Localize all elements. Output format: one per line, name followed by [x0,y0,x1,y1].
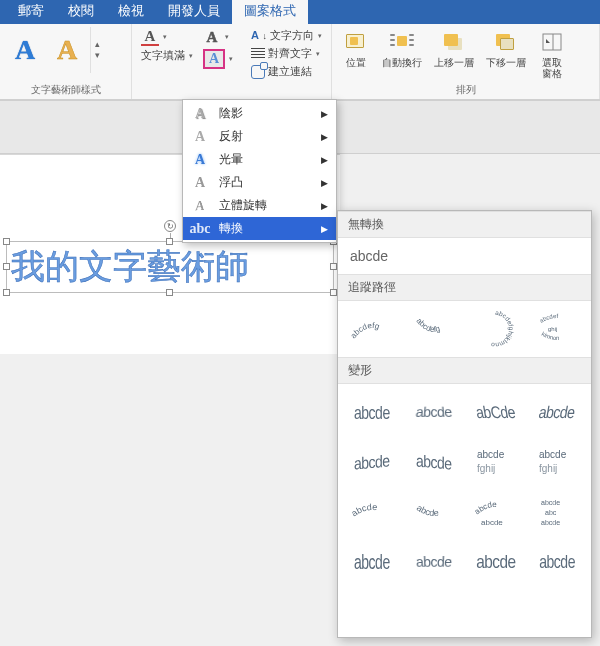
warp-1[interactable]: abcde [342,388,402,436]
menu-transform[interactable]: abc 轉換 ▶ [183,217,336,240]
svg-text:abcdefg: abcdefg [414,316,441,334]
menu-bevel[interactable]: A 浮凸 ▶ [183,171,336,194]
tab-developer[interactable]: 開發人員 [156,0,232,24]
submenu-arrow-icon: ▶ [321,178,328,188]
text-fill-icon: A [141,28,159,46]
warp-11[interactable]: abcdeabcde [466,488,526,536]
submenu-arrow-icon: ▶ [321,132,328,142]
group-text-layout: 文字方向▾ 對齊文字▾ 建立連結 [242,24,332,99]
wordart-preset-2[interactable]: A [48,27,86,73]
svg-text:abcde: abcde [415,503,439,519]
menu-reflection[interactable]: A 反射 ▶ [183,125,336,148]
section-no-transform-header: 無轉換 [338,211,591,238]
submenu-arrow-icon: ▶ [321,109,328,119]
align-text-button[interactable]: 對齊文字▾ [248,45,325,62]
svg-text:abcde: abcde [481,518,503,527]
svg-text:abcde: abcde [477,449,505,460]
wordart-selection-box[interactable]: ↻ 我的文字藝術師 [6,241,334,293]
svg-text:abcdef: abcdef [539,313,559,324]
path-circle[interactable]: abcdefghijklmno [466,305,526,353]
group-label-wordart: 文字藝術師樣式 [6,82,125,98]
selection-pane-button[interactable]: 選取 窗格 [534,27,570,81]
warp-9[interactable]: abcde [342,488,402,536]
svg-text:abc: abc [545,509,557,516]
warp-7[interactable]: abcdefghij [466,438,526,486]
link-icon [251,65,265,79]
svg-text:abcde: abcde [539,449,567,460]
text-fill-button[interactable]: A▾ [138,27,196,47]
transform-icon: abc [189,221,211,237]
send-backward-button[interactable]: 下移一層 [482,27,530,70]
warp-8[interactable]: abcdefghij [527,438,587,486]
align-text-icon [251,48,265,60]
ribbon-tabs: 郵寄 校閱 檢視 開發人員 圖案格式 [0,0,600,24]
resize-handle-n[interactable] [166,238,173,245]
tab-shape-format[interactable]: 圖案格式 [232,0,308,24]
svg-rect-0 [543,34,561,50]
resize-handle-s[interactable] [166,289,173,296]
path-arch-up[interactable]: abcdefg [342,305,402,353]
svg-text:abcde: abcde [541,519,560,526]
svg-text:fghij: fghij [477,463,495,474]
text-effects-menu: A 陰影 ▶ A 反射 ▶ A 光暈 ▶ A 浮凸 ▶ A 立體旋轉 ▶ abc… [182,99,337,243]
warp-4[interactable]: abcde [527,388,587,436]
resize-handle-nw[interactable] [3,238,10,245]
warp-12[interactable]: abcdeabcabcde [527,488,587,536]
text-fill-label-button[interactable]: 文字填滿▾ [138,48,196,64]
no-transform-option[interactable]: abcde [338,238,591,274]
warp-13[interactable]: abcde [342,538,402,586]
path-button[interactable]: abcdefghijkimnon [527,305,587,353]
path-arch-down[interactable]: abcdefg [404,305,464,353]
submenu-arrow-icon: ▶ [321,155,328,165]
tab-view[interactable]: 檢視 [106,0,156,24]
svg-text:kimnon: kimnon [541,331,560,341]
submenu-arrow-icon: ▶ [321,224,328,234]
tab-review[interactable]: 校閱 [56,0,106,24]
menu-glow[interactable]: A 光暈 ▶ [183,148,336,171]
text-direction-button[interactable]: 文字方向▾ [248,27,325,44]
ribbon: A A ▴▾ 文字藝術師樣式 A▾ 文字填滿▾ A▾ A▾ [0,24,600,100]
text-effects-icon: A [209,51,219,67]
warp-10[interactable]: abcde [404,488,464,536]
group-arrange: 位置 自動換行 上移一層 下移一層 選取 窗格 排列 [332,24,600,99]
rotation-handle[interactable]: ↻ [164,220,176,232]
warp-14[interactable]: abcde [404,538,464,586]
wordart-text[interactable]: 我的文字藝術師 [7,242,333,292]
menu-shadow[interactable]: A 陰影 ▶ [183,102,336,125]
position-button[interactable]: 位置 [338,27,374,70]
warp-2[interactable]: abcde [404,388,464,436]
glow-icon: A [189,152,211,168]
selection-pane-icon [541,32,563,52]
tab-mailings[interactable]: 郵寄 [6,0,56,24]
warp-15[interactable]: abcde [466,538,526,586]
text-direction-icon [251,29,267,43]
bring-forward-button[interactable]: 上移一層 [430,27,478,70]
group-wordart-styles: A A ▴▾ 文字藝術師樣式 [0,24,132,99]
group-text-effects: A▾ 文字填滿▾ A▾ A▾ [132,24,242,99]
wrap-text-button[interactable]: 自動換行 [378,27,426,70]
warp-6[interactable]: abcde [404,438,464,486]
warp-5[interactable]: abcde [342,438,402,486]
wordart-preset-1[interactable]: A [6,27,44,73]
svg-text:abcdefghijklmno: abcdefghijklmno [491,309,516,349]
text-effects-button[interactable]: A▾ [200,48,236,70]
shadow-icon: A [189,106,211,122]
resize-handle-w[interactable] [3,263,10,270]
svg-text:abcde: abcde [473,500,497,516]
warp-3[interactable]: abCde [466,388,526,436]
create-link-button[interactable]: 建立連結 [248,63,325,80]
warp-16[interactable]: abcde [527,538,587,586]
svg-text:abcdefg: abcdefg [350,321,381,340]
section-warp-header: 變形 [338,357,591,384]
resize-handle-sw[interactable] [3,289,10,296]
svg-text:fghij: fghij [539,463,557,474]
rotation3d-icon: A [187,195,208,216]
group-label-arrange: 排列 [338,82,593,98]
svg-text:abcde: abcde [541,499,560,506]
resize-handle-e[interactable] [330,263,337,270]
resize-handle-se[interactable] [330,289,337,296]
wordart-gallery-expand[interactable]: ▴▾ [90,27,104,73]
svg-text:ghij: ghij [548,326,557,332]
menu-3d-rotation[interactable]: A 立體旋轉 ▶ [183,194,336,217]
text-outline-button[interactable]: A▾ [200,27,236,47]
